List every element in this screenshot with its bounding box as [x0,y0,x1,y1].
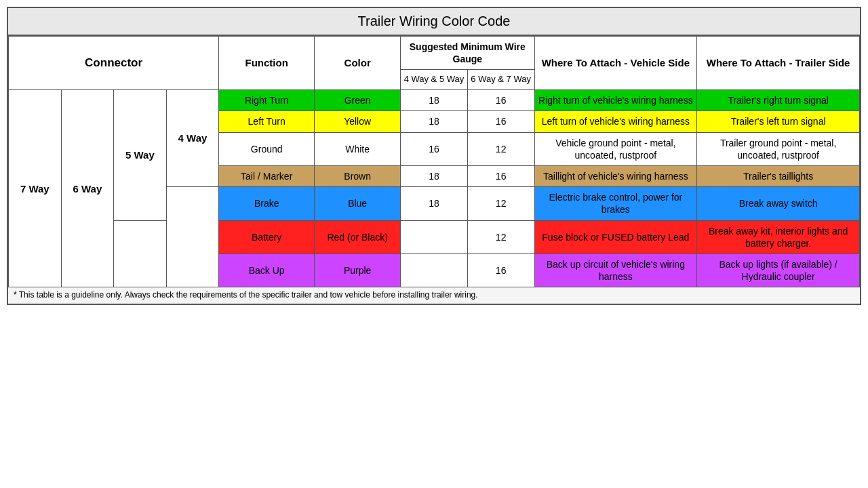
trailer-side-cell: Break away kit, interior lights and batt… [697,220,860,253]
gauge-45-cell [401,220,468,253]
gauge-45-cell: 18 [401,90,468,111]
connector-6way: 6 Way [61,90,114,287]
color-cell: Green [315,90,401,111]
color-cell: White [315,132,401,165]
header-row-1: Connector Function Color Suggested Minim… [9,37,860,70]
note-text: * This table is a guideline only. Always… [8,287,860,304]
gauge-45-cell [401,253,468,287]
function-cell: Ground [219,132,315,165]
vehicle-side-cell: Taillight of vehicle's wiring harness [534,166,697,187]
color-cell: Yellow [315,111,401,132]
trailer-side-cell: Trailer's right turn signal [697,90,860,111]
trailer-side-cell: Break away switch [697,187,860,220]
connector-5way: 5 Way [114,90,167,220]
table-row: BatteryRed (or Black)12Fuse block or FUS… [9,220,860,253]
color-cell: Blue [315,187,401,220]
connector-4way-end [166,187,219,287]
color-cell: Red (or Black) [315,220,401,253]
gauge-45-cell: 18 [401,187,468,220]
gauge-67-cell: 12 [467,132,534,165]
connector-5way-end [114,220,167,287]
table-container: Trailer Wiring Color Code Connector Func… [7,7,861,305]
header-color: Color [315,37,401,90]
vehicle-side-cell: Electric brake control, power for brakes [534,187,697,220]
gauge-45-cell: 18 [401,111,468,132]
table-row: 7 Way6 Way5 Way4 WayRight TurnGreen1816R… [9,90,860,111]
header-suggested: Suggested Minimum Wire Gauge [401,37,534,70]
gauge-67-cell: 16 [467,166,534,187]
vehicle-side-cell: Back up circuit of vehicle's wiring harn… [534,253,697,287]
function-cell: Right Turn [219,90,315,111]
header-trailer-side: Where To Attach - Trailer Side [697,37,860,90]
vehicle-side-cell: Vehicle ground point - metal, uncoated, … [534,132,697,165]
trailer-side-cell: Trailer's left turn signal [697,111,860,132]
function-cell: Back Up [219,253,315,287]
color-cell: Purple [315,253,401,287]
gauge-67-cell: 16 [467,111,534,132]
vehicle-side-cell: Fuse block or FUSED battery Lead [534,220,697,253]
function-cell: Left Turn [219,111,315,132]
function-cell: Battery [219,220,315,253]
header-gauge-67: 6 Way & 7 Way [467,70,534,90]
trailer-side-cell: Trailer ground point - metal, uncoated, … [697,132,860,165]
function-cell: Brake [219,187,315,220]
gauge-67-cell: 12 [467,220,534,253]
header-function: Function [219,37,315,90]
table-title: Trailer Wiring Color Code [8,8,860,36]
trailer-side-cell: Back up lights (if available) / Hydrauli… [697,253,860,287]
trailer-side-cell: Trailer's taillights [697,166,860,187]
function-cell: Tail / Marker [219,166,315,187]
gauge-67-cell: 12 [467,187,534,220]
vehicle-side-cell: Right turn of vehicle's wiring harness [534,90,697,111]
gauge-45-cell: 16 [401,132,468,165]
note-row: * This table is a guideline only. Always… [8,287,860,304]
header-gauge-45: 4 Way & 5 Way [401,70,468,90]
vehicle-side-cell: Left turn of vehicle's wiring harness [534,111,697,132]
gauge-67-cell: 16 [467,253,534,287]
connector-4way: 4 Way [166,90,219,187]
header-connector: Connector [9,37,219,90]
color-cell: Brown [315,166,401,187]
gauge-67-cell: 16 [467,90,534,111]
connector-7way: 7 Way [9,90,62,287]
header-vehicle-side: Where To Attach - Vehicle Side [534,37,697,90]
gauge-45-cell: 18 [401,166,468,187]
